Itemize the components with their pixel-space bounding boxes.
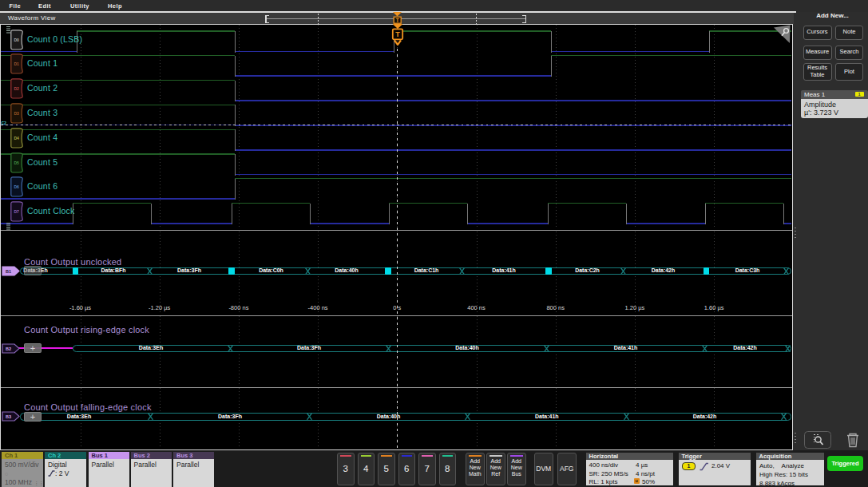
svg-text:D7: D7 [14, 209, 19, 214]
svg-text:T: T [395, 17, 398, 22]
svg-text:D1: D1 [14, 61, 19, 66]
svg-text:D5: D5 [14, 160, 19, 165]
svg-text:B1: B1 [6, 268, 11, 273]
svg-text:T: T [395, 30, 400, 38]
svg-text:D6: D6 [14, 184, 19, 189]
svg-text:D2: D2 [14, 86, 19, 91]
svg-text:D0: D0 [14, 38, 19, 42]
svg-text:D3: D3 [14, 111, 19, 116]
svg-text:D4: D4 [14, 136, 19, 141]
svg-text:B2: B2 [6, 346, 11, 351]
svg-text:B3: B3 [6, 414, 11, 419]
